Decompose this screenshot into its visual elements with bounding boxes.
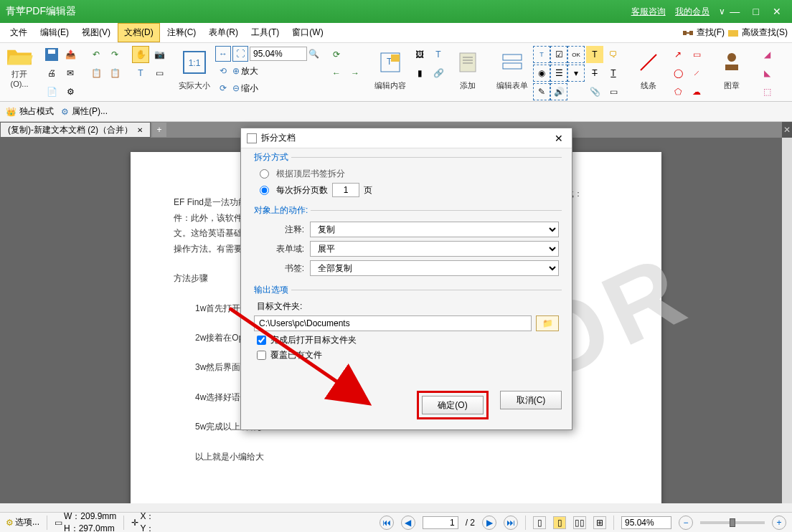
maximize-button[interactable]: □ — [747, 6, 765, 17]
first-page-button[interactable]: ⏮ — [380, 516, 394, 530]
polyline-icon[interactable]: ⟋ — [688, 65, 705, 82]
snapshot-icon[interactable]: 📷 — [151, 46, 168, 63]
eraser3-icon[interactable]: ⬚ — [758, 83, 776, 100]
underline-icon[interactable]: T — [605, 65, 622, 82]
misc-icon[interactable]: ⚙ — [62, 83, 79, 100]
sig-icon[interactable]: ✎ — [533, 83, 550, 100]
open-group[interactable]: 打开(O)... — [4, 46, 34, 88]
menu-window[interactable]: 窗口(W) — [286, 24, 329, 42]
prev-page-button[interactable]: ◀ — [401, 516, 415, 530]
close-button[interactable]: ✕ — [768, 6, 786, 17]
zoom-select[interactable] — [250, 47, 307, 61]
text-icon[interactable]: T — [430, 46, 447, 63]
member-dropdown-icon[interactable]: ∨ — [719, 6, 725, 16]
single-page-icon[interactable]: ▯ — [533, 516, 546, 529]
polygon-icon[interactable]: ⬠ — [669, 83, 687, 100]
attach-icon[interactable]: 📎 — [586, 83, 603, 100]
search-link[interactable]: 查找(F) — [697, 27, 725, 39]
copy-icon[interactable]: 📋 — [88, 65, 105, 82]
ellipse-icon[interactable]: ◯ — [669, 65, 687, 82]
zoomin-icon[interactable]: ⊕ — [232, 66, 240, 76]
target-path-input[interactable] — [254, 315, 532, 331]
rect-icon[interactable]: ▭ — [688, 46, 705, 63]
radio-page-split[interactable] — [260, 186, 269, 195]
menu-comment[interactable]: 注释(C) — [161, 24, 202, 42]
fit-page-icon[interactable]: ⛶ — [232, 46, 248, 62]
print-icon[interactable]: 🖨 — [43, 65, 60, 82]
bookmark-select[interactable]: 全部复制 — [310, 260, 559, 276]
zoom-in-button[interactable]: + — [772, 516, 786, 530]
page-input[interactable] — [423, 516, 458, 529]
help-link[interactable]: 客服咨询 — [631, 6, 666, 16]
menu-file[interactable]: 文件 — [4, 24, 33, 42]
two-continuous-icon[interactable]: ⊞ — [593, 516, 606, 529]
zoom-slider[interactable] — [700, 521, 765, 524]
scan-icon[interactable]: 📄 — [43, 83, 60, 100]
eraser-icon[interactable]: ◢ — [758, 46, 776, 63]
rotate-cw-icon[interactable]: ⟳ — [215, 80, 231, 96]
strike-icon[interactable]: T — [586, 65, 603, 82]
textfield-icon[interactable]: T — [533, 46, 550, 63]
image-icon[interactable]: 🖼 — [411, 46, 428, 63]
stamp-group[interactable]: 图章 — [714, 46, 750, 91]
refresh-icon[interactable]: ⟳ — [328, 46, 345, 63]
tab-add-button[interactable]: + — [152, 123, 166, 137]
add-group[interactable]: 添加 — [450, 46, 486, 91]
arrow-icon[interactable]: ↗ — [669, 46, 687, 63]
overwrite-checkbox[interactable] — [257, 351, 266, 360]
undo-icon[interactable]: ↶ — [88, 46, 105, 63]
open-after-checkbox[interactable] — [257, 336, 266, 345]
lines-group[interactable]: 线条 — [631, 46, 666, 91]
document-tab[interactable]: (复制)-新建文本文档 (2)（合并） ✕ — [0, 122, 151, 138]
browse-button[interactable]: 📁 — [536, 315, 559, 331]
barcode-icon[interactable]: ▮ — [411, 65, 428, 82]
radio-icon[interactable]: ◉ — [533, 65, 550, 82]
zoom-out-button[interactable]: − — [679, 516, 693, 530]
dialog-close-icon[interactable]: ✕ — [552, 133, 566, 144]
ok-button[interactable]: 确定(O) — [422, 396, 484, 414]
edit-content-group[interactable]: T 编辑内容 — [372, 46, 408, 91]
zoomout-icon[interactable]: ⊖ — [232, 83, 240, 93]
comment-select[interactable]: 复制 — [310, 222, 559, 237]
paste-icon[interactable]: 📋 — [106, 65, 123, 82]
member-link[interactable]: 我的会员 — [675, 6, 710, 16]
menu-edit[interactable]: 编辑(E) — [34, 24, 75, 42]
radio-bookmark-split[interactable] — [260, 169, 269, 179]
menu-form[interactable]: 表单(R) — [203, 24, 244, 42]
edit-form-group[interactable]: 编辑表单 — [494, 46, 530, 91]
exclusive-mode[interactable]: 👑 独占模式 — [6, 105, 54, 118]
zoom-tool-icon[interactable]: 🔍 — [308, 49, 319, 59]
properties-button[interactable]: ⚙ 属性(P)... — [61, 105, 108, 118]
select-icon[interactable]: ▭ — [151, 65, 168, 82]
redo-icon[interactable]: ↷ — [106, 46, 123, 63]
dialog-titlebar[interactable]: 拆分文档 ✕ — [241, 128, 572, 148]
forward-icon[interactable]: → — [346, 65, 364, 82]
zoom-status-select[interactable] — [621, 516, 671, 529]
adv-search-link[interactable]: 高级查找(S) — [742, 27, 788, 39]
rotate-ccw-icon[interactable]: ⟲ — [215, 63, 231, 79]
sound-icon[interactable]: 🔊 — [550, 83, 567, 100]
fit-width-icon[interactable]: ↔ — [215, 46, 231, 62]
link-icon[interactable]: 🔗 — [430, 65, 447, 82]
export-icon[interactable]: 📤 — [62, 46, 79, 63]
menu-document[interactable]: 文档(D) — [118, 23, 160, 42]
eraser2-icon[interactable]: ◣ — [758, 65, 776, 82]
stamp2-icon[interactable]: ▭ — [605, 83, 622, 100]
cancel-button[interactable]: 取消(C) — [500, 391, 562, 409]
menu-view[interactable]: 视图(V) — [76, 24, 116, 42]
next-page-button[interactable]: ▶ — [482, 516, 496, 530]
last-page-button[interactable]: ⏭ — [504, 516, 518, 530]
text-select-icon[interactable]: T — [132, 65, 149, 82]
save-icon[interactable] — [43, 46, 60, 63]
cloud-icon[interactable]: ☁ — [688, 83, 705, 100]
back-icon[interactable]: ← — [328, 65, 345, 82]
mail-icon[interactable]: ✉ — [62, 65, 79, 82]
tab-overflow[interactable]: ✕ — [782, 122, 792, 138]
menu-tools[interactable]: 工具(T) — [245, 24, 285, 42]
checkbox-icon[interactable]: ☑ — [550, 46, 567, 63]
options-button[interactable]: ⚙ 选项... — [6, 516, 39, 528]
tab-close-icon[interactable]: ✕ — [137, 126, 143, 134]
form-select[interactable]: 展平 — [310, 241, 559, 257]
continuous-icon[interactable]: ▯ — [553, 516, 566, 529]
hand-icon[interactable]: ✋ — [132, 46, 149, 63]
